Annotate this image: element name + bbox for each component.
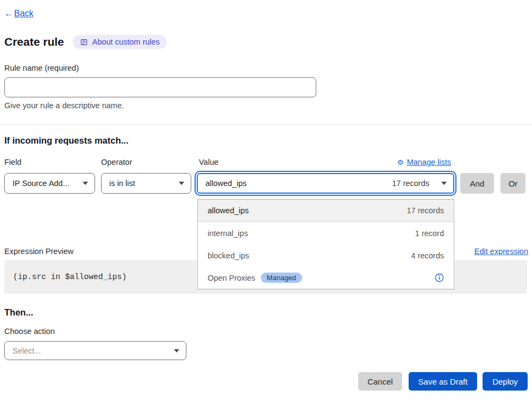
section-divider — [0, 124, 532, 125]
field-label: Field — [4, 158, 21, 166]
create-rule-page: ←Back Create rule About custom rules Rul… — [0, 0, 532, 402]
rule-name-label: Rule name (required) — [4, 64, 79, 72]
list-option-records: 1 record — [415, 229, 444, 238]
list-option-name: allowed_ips — [208, 206, 249, 215]
value-select[interactable]: allowed_ips 17 records — [197, 173, 454, 194]
operator-label: Operator — [101, 158, 132, 166]
back-arrow-icon: ← — [4, 9, 13, 18]
match-section-heading: If incoming requests match... — [4, 135, 128, 146]
chevron-down-icon — [441, 182, 447, 185]
back-link[interactable]: ←Back — [4, 9, 34, 18]
value-select-value: allowed_ips — [205, 179, 247, 188]
then-section-heading: Then... — [4, 307, 33, 318]
chevron-down-icon — [83, 182, 88, 185]
title-row: Create rule About custom rules — [4, 35, 167, 49]
list-option-records: 4 records — [411, 251, 444, 260]
list-option-name: Open Proxies — [208, 274, 255, 282]
info-icon[interactable] — [435, 273, 444, 282]
about-badge-label: About custom rules — [92, 38, 160, 46]
page-title: Create rule — [4, 35, 64, 48]
value-label: Value — [199, 158, 218, 166]
rule-name-helper: Give your rule a descriptive name. — [4, 101, 124, 110]
expression-code: (ip.src in $allowed_ips) — [13, 273, 127, 281]
list-option-name: blocked_ips — [208, 251, 249, 260]
operator-select[interactable]: is in list — [101, 173, 191, 194]
action-select-placeholder: Select... — [12, 347, 41, 355]
about-custom-rules-link[interactable]: About custom rules — [73, 35, 167, 49]
back-link-label: Back — [14, 9, 34, 18]
save-as-draft-button[interactable]: Save as Draft — [409, 372, 477, 391]
deploy-button[interactable]: Deploy — [483, 372, 528, 391]
list-option-allowed-ips[interactable]: allowed_ips 17 records — [198, 200, 454, 222]
list-option-open-proxies[interactable]: Open Proxies Managed — [198, 267, 454, 289]
manage-lists-label: Manage lists — [407, 158, 451, 166]
value-select-records: 17 records — [392, 179, 429, 188]
managed-badge: Managed — [261, 273, 302, 283]
list-option-records: 17 records — [406, 206, 444, 215]
field-select[interactable]: IP Source Add... — [4, 173, 95, 194]
rule-name-input[interactable] — [4, 77, 316, 97]
action-select[interactable]: Select... — [4, 341, 186, 360]
book-icon — [80, 38, 88, 46]
list-option-blocked-ips[interactable]: blocked_ips 4 records — [198, 244, 454, 267]
manage-lists-link[interactable]: ⚙ Manage lists — [397, 158, 451, 166]
or-button[interactable]: Or — [500, 173, 525, 194]
gear-icon: ⚙ — [397, 158, 404, 166]
edit-expression-link[interactable]: Edit expression — [474, 247, 528, 256]
list-option-name: internal_ips — [208, 229, 248, 238]
and-button[interactable]: And — [460, 173, 494, 194]
operator-select-value: is in list — [109, 179, 135, 188]
value-dropdown-panel: allowed_ips 17 records internal_ips 1 re… — [197, 199, 454, 289]
list-option-internal-ips[interactable]: internal_ips 1 record — [198, 222, 454, 244]
value-select-focus-ring: allowed_ips 17 records — [195, 171, 456, 196]
chevron-down-icon — [179, 182, 184, 185]
choose-action-label: Choose action — [4, 327, 55, 336]
cancel-button[interactable]: Cancel — [358, 372, 402, 391]
expression-preview-label: Expression Preview — [4, 247, 73, 256]
chevron-down-icon — [174, 349, 179, 352]
field-select-value: IP Source Add... — [12, 179, 70, 188]
